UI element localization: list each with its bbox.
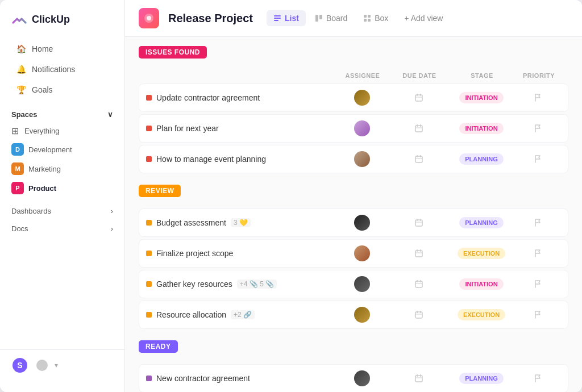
marketing-label: Marketing [28,165,61,173]
task-assignee [334,120,390,136]
task-due-date [390,280,447,289]
table-row[interactable]: Resource allocation +2 🔗 EXECUTION [139,301,568,329]
task-due-date [390,155,447,164]
dashboards-chevron-icon: › [111,207,113,215]
clickup-logo-icon [11,11,27,27]
task-name: Budget assessment 3 💛 [146,218,334,227]
sidebar-footer: S ▾ [0,349,124,381]
section-header-ready: READY [139,340,178,353]
task-dot-icon [146,376,152,381]
dashboards-item[interactable]: Dashboards › [0,202,124,220]
flag-icon [534,93,543,102]
flag-icon [534,280,543,289]
table-row[interactable]: Plan for next year INITIATION [139,114,568,143]
task-dot-icon [146,281,152,287]
col-due-date: DUE DATE [391,72,448,79]
nav-home[interactable]: 🏠 Home [5,39,120,59]
avatar [354,90,370,106]
table-row[interactable]: How to manage event planning PLANNING [139,145,568,173]
svg-rect-9 [364,19,367,22]
task-stage: INITIATION [447,92,516,103]
svg-rect-6 [319,15,322,19]
sidebar-item-product[interactable]: P Product [0,178,124,198]
task-priority [516,249,561,258]
nav-home-label: Home [32,44,53,53]
col-assignee: ASSIGNEE [334,72,391,79]
logo: ClickUp [0,11,124,39]
calendar-icon [414,218,423,227]
calendar-icon [414,374,423,383]
task-assignee [334,151,390,167]
docs-chevron-icon: › [111,224,113,233]
section-review: REVIEW Budget assessment 3 💛 PLANNING [139,185,568,329]
spaces-label: Spaces [11,110,38,119]
dashboards-label: Dashboards [11,207,51,215]
svg-rect-23 [415,220,422,226]
sidebar-item-everything[interactable]: ⊞ Everything [0,122,124,140]
board-icon [315,14,323,22]
avatar [354,120,370,136]
table-row[interactable]: Finalize project scope EXECUTION [139,239,568,268]
flag-icon [534,124,543,133]
svg-rect-39 [415,376,422,382]
tab-list[interactable]: List [267,10,306,26]
nav-goals-label: Goals [32,85,53,94]
task-dot-icon [146,220,152,226]
table-row[interactable]: Gather key resources +4 📎 5 📎 INITIATION [139,270,568,298]
development-badge: D [11,143,24,156]
avatar [354,307,370,323]
nav-goals[interactable]: 🏆 Goals [5,80,120,99]
task-assignee [334,245,390,261]
svg-rect-8 [368,15,371,18]
tab-board[interactable]: Board [308,10,354,26]
task-stage: PLANNING [447,373,516,384]
nav-notifications[interactable]: 🔔 Notifications [5,60,120,79]
docs-item[interactable]: Docs › [0,220,124,237]
spaces-section: Spaces ∨ ⊞ Everything D Development M Ma… [0,107,124,198]
add-view-button[interactable]: + Add view [397,10,450,26]
table-row[interactable]: Budget assessment 3 💛 PLANNING [139,208,568,237]
calendar-icon [414,310,423,319]
task-name: New contractor agreement [146,374,334,383]
sidebar-item-development[interactable]: D Development [0,140,124,159]
task-stage: PLANNING [447,217,516,228]
task-assignee [334,215,390,231]
svg-rect-7 [364,15,367,18]
sidebar-item-marketing[interactable]: M Marketing [0,159,124,178]
task-name: Finalize project scope [146,249,334,258]
task-dot-icon [146,251,152,256]
task-count: 3 💛 [231,218,251,227]
user-avatar[interactable]: S [11,357,28,374]
sidebar: ClickUp 🏠 Home 🔔 Notifications 🏆 Goals S… [0,0,125,392]
flag-icon [534,249,543,258]
task-priority [516,124,561,133]
task-priority [516,218,561,227]
table-area: ISSUES FOUND ASSIGNEE DUE DATE STAGE PRI… [125,37,582,392]
logo-text: ClickUp [32,14,70,26]
project-icon [139,8,159,28]
product-badge: P [11,182,24,194]
project-title: Release Project [168,12,253,25]
tab-box[interactable]: Box [356,10,395,26]
calendar-icon [414,280,423,289]
task-priority [516,374,561,383]
task-name: Resource allocation +2 🔗 [146,310,334,319]
spaces-header[interactable]: Spaces ∨ [0,107,124,122]
section-header-review: REVIEW [139,185,181,197]
task-dot-icon [146,95,152,101]
task-priority [516,280,561,289]
task-meta: +2 🔗 [231,310,255,319]
table-row[interactable]: Update contractor agreement INITIATION [139,84,568,112]
section-ready: READY New contractor agreement PLANNING [139,340,568,392]
table-row[interactable]: New contractor agreement PLANNING [139,364,568,392]
task-name: Gather key resources +4 📎 5 📎 [146,280,334,289]
task-due-date [390,374,447,383]
task-priority [516,155,561,164]
view-tabs: List Board Box [267,10,450,26]
calendar-icon [414,124,423,133]
main-content: Release Project List Board [125,0,582,392]
development-label: Development [28,145,72,154]
task-assignee [334,276,390,292]
svg-rect-19 [415,156,422,162]
task-stage: PLANNING [447,153,516,165]
